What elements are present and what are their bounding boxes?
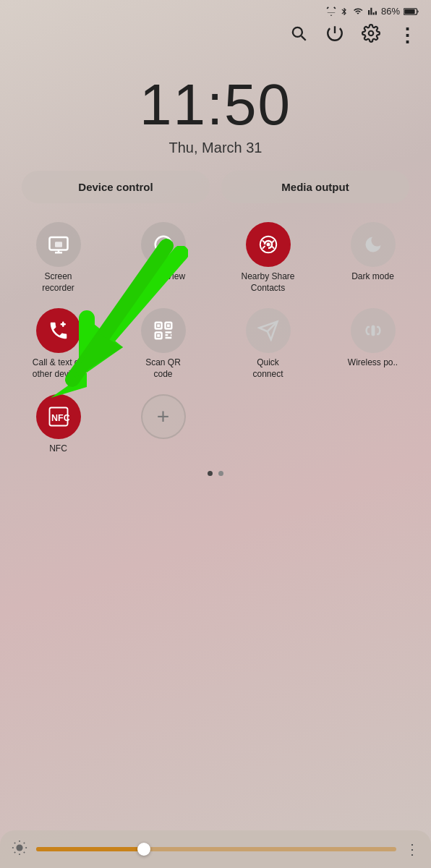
- bluetooth-icon: [340, 7, 349, 17]
- smart-view-label: Smart View: [141, 271, 185, 283]
- screen-recorder-label: Screenrecorder: [42, 271, 74, 294]
- nfc-icon: NFC: [36, 394, 81, 439]
- media-output-button[interactable]: Media output: [221, 171, 409, 203]
- brightness-icon: [12, 840, 27, 859]
- add-tile-icon: +: [141, 394, 186, 439]
- dot-2: [218, 471, 223, 476]
- svg-rect-18: [167, 324, 170, 327]
- svg-rect-16: [157, 324, 160, 327]
- tile-screen-recorder[interactable]: Screenrecorder: [7, 218, 109, 298]
- svg-line-34: [14, 851, 15, 852]
- brightness-fill: [36, 847, 144, 851]
- quick-connect-label: Quickconnect: [252, 357, 283, 380]
- nfc-label: NFC: [49, 443, 67, 455]
- svg-line-35: [24, 842, 25, 843]
- dark-mode-label: Dark mode: [351, 271, 394, 283]
- status-bar: 86%: [0, 0, 431, 20]
- wireless-power-icon: [351, 308, 396, 353]
- nearby-share-label: Nearby ShareContacts: [241, 271, 294, 294]
- battery-text: 86%: [381, 6, 400, 17]
- page-dots: [0, 471, 431, 476]
- tile-nearby-share[interactable]: Nearby ShareContacts: [217, 218, 319, 298]
- tile-scan-qr[interactable]: Scan QRcode: [112, 304, 214, 384]
- svg-rect-9: [55, 242, 62, 247]
- nearby-share-icon: [246, 222, 291, 267]
- call-text-icon: [36, 308, 81, 353]
- tile-smart-view[interactable]: Smart View: [112, 218, 214, 298]
- wifi-icon: [352, 7, 364, 16]
- dark-mode-icon: [351, 222, 396, 267]
- alarm-icon: [326, 7, 336, 17]
- power-icon[interactable]: [325, 24, 344, 47]
- brightness-handle[interactable]: [137, 843, 150, 856]
- wireless-power-label: Wireless po..: [348, 357, 398, 369]
- smart-view-icon: [141, 222, 186, 267]
- search-icon[interactable]: [289, 24, 308, 47]
- screen-recorder-icon: [36, 222, 81, 267]
- svg-point-4: [369, 31, 374, 36]
- svg-line-30: [14, 842, 15, 843]
- svg-point-12: [266, 243, 270, 247]
- clock-time: 11:50: [0, 76, 431, 134]
- tile-wireless-power[interactable]: Wireless po..: [322, 304, 424, 384]
- quick-tiles-grid: Screenrecorder Smart View Nearby ShareCo…: [0, 218, 431, 459]
- tile-quick-connect[interactable]: Quickconnect: [217, 304, 319, 384]
- more-icon[interactable]: ⋮: [398, 26, 417, 45]
- top-controls: ⋮: [0, 20, 431, 54]
- svg-text:NFC: NFC: [51, 414, 69, 424]
- battery-icon: [404, 7, 419, 16]
- svg-point-27: [16, 844, 22, 851]
- brightness-bar: ⋮: [0, 830, 431, 868]
- signal-icon: [367, 7, 377, 16]
- call-text-label: Call & text onother devices: [33, 357, 84, 380]
- tile-add[interactable]: +: [112, 390, 214, 459]
- svg-line-3: [302, 36, 306, 41]
- brightness-track[interactable]: [36, 847, 396, 851]
- scan-qr-icon: [141, 308, 186, 353]
- more-options-icon[interactable]: ⋮: [405, 841, 419, 858]
- tile-dark-mode[interactable]: Dark mode: [322, 218, 424, 298]
- status-icons: 86%: [326, 6, 419, 17]
- svg-point-2: [293, 27, 302, 37]
- svg-rect-25: [371, 326, 375, 336]
- svg-rect-17: [157, 334, 160, 337]
- dot-1: [208, 471, 213, 476]
- tile-nfc[interactable]: NFC NFC: [7, 390, 109, 459]
- quick-connect-icon: [246, 308, 291, 353]
- quick-buttons-row: Device control Media output: [0, 171, 431, 203]
- device-control-button[interactable]: Device control: [22, 171, 210, 203]
- clock-section: 11:50 Thu, March 31: [0, 54, 431, 171]
- scan-qr-label: Scan QRcode: [145, 357, 181, 380]
- clock-date: Thu, March 31: [0, 140, 431, 156]
- svg-line-31: [24, 851, 25, 852]
- svg-rect-1: [404, 9, 414, 14]
- settings-icon[interactable]: [362, 24, 380, 47]
- svg-point-11: [161, 247, 165, 250]
- tile-call-text[interactable]: Call & text onother devices: [7, 304, 109, 384]
